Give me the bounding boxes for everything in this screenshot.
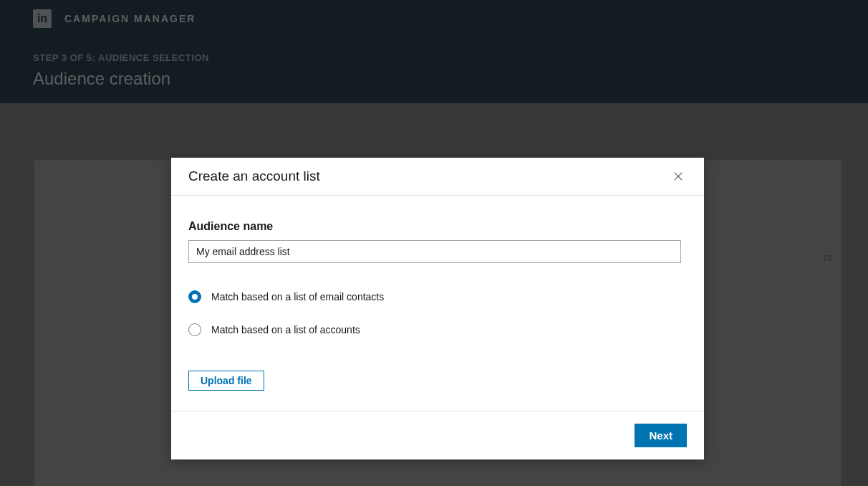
radio-option-accounts[interactable]: Match based on a list of accounts — [188, 323, 687, 336]
radio-unselected-icon — [188, 323, 201, 336]
radio-option-email[interactable]: Match based on a list of email contacts — [188, 290, 687, 303]
radio-label-email: Match based on a list of email contacts — [211, 291, 384, 302]
audience-name-label: Audience name — [188, 220, 687, 233]
modal-footer: Next — [171, 411, 704, 459]
create-account-list-modal: Create an account list Audience name Mat… — [171, 158, 704, 459]
next-button[interactable]: Next — [635, 424, 687, 447]
audience-name-input[interactable] — [188, 240, 681, 263]
modal-title: Create an account list — [188, 168, 320, 184]
radio-label-accounts: Match based on a list of accounts — [211, 324, 360, 335]
modal-header: Create an account list — [171, 158, 704, 196]
close-button[interactable] — [670, 168, 687, 185]
close-icon — [672, 170, 685, 183]
upload-file-button[interactable]: Upload file — [188, 371, 264, 391]
modal-body: Audience name Match based on a list of e… — [171, 196, 704, 411]
match-type-radio-group: Match based on a list of email contacts … — [188, 290, 687, 336]
radio-selected-icon — [188, 290, 201, 303]
